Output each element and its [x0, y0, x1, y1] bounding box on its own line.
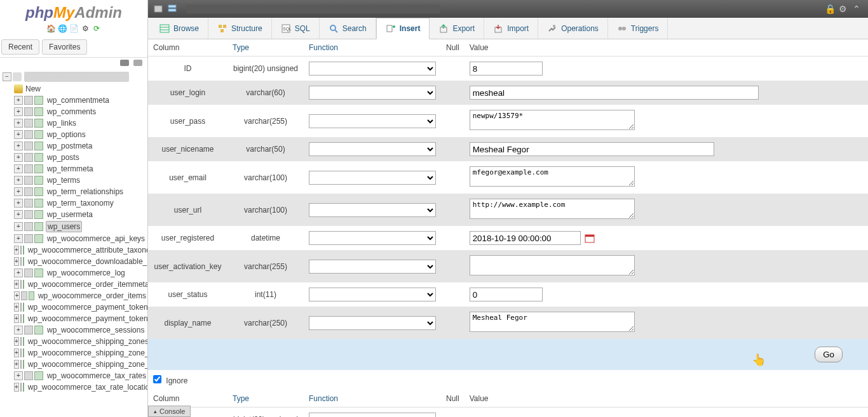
expand-icon[interactable]: +: [14, 383, 19, 392]
function-ID[interactable]: [309, 62, 436, 76]
table-struct-icon[interactable]: [34, 187, 43, 196]
table-icon[interactable]: [24, 326, 33, 334]
table-wp_woocommerce_shipping_zones[interactable]: wp_woocommerce_shipping_zones: [27, 336, 147, 347]
header-function-2[interactable]: Function: [309, 394, 338, 403]
value-user_nicename[interactable]: [470, 142, 714, 156]
expand-icon[interactable]: +: [14, 199, 23, 208]
expand-icon[interactable]: +: [14, 268, 23, 277]
table-icon[interactable]: [20, 383, 22, 392]
home-icon[interactable]: 🏠: [46, 24, 55, 33]
expand-icon[interactable]: +: [14, 130, 23, 139]
table-wp_terms[interactable]: wp_terms: [46, 175, 81, 185]
table-icon[interactable]: [24, 153, 33, 162]
value-user_registered[interactable]: [470, 231, 581, 245]
table-struct-icon[interactable]: [34, 153, 43, 162]
expand-icon[interactable]: +: [14, 210, 23, 219]
header-function[interactable]: Function: [309, 43, 338, 52]
value-display_name[interactable]: Mesheal Fegor: [470, 312, 635, 332]
go-button[interactable]: Go: [815, 347, 843, 362]
expand-icon[interactable]: +: [14, 348, 19, 357]
table-icon[interactable]: [21, 291, 27, 300]
tab-import[interactable]: Import: [484, 18, 538, 39]
expand-icon[interactable]: +: [14, 360, 19, 369]
table-wp_woocommerce_sessions[interactable]: wp_woocommerce_sessions: [46, 325, 146, 335]
table-wp_options[interactable]: wp_options: [46, 129, 87, 140]
table-wp_woocommerce_tax_rate_locations[interactable]: wp_woocommerce_tax_rate_locations: [27, 382, 147, 392]
value-user_pass[interactable]: newpw/13579*: [470, 110, 635, 130]
table-wp_postmeta[interactable]: wp_postmeta: [46, 141, 93, 151]
header-type[interactable]: Type: [233, 43, 249, 52]
expand-icon[interactable]: +: [14, 371, 23, 380]
nav-back-icon[interactable]: [153, 4, 163, 14]
new-table[interactable]: New: [24, 84, 42, 94]
function-user_login[interactable]: [309, 86, 436, 100]
expand-icon[interactable]: +: [14, 222, 23, 231]
db-node[interactable]: − hidden_db_name_xx: [3, 70, 147, 83]
table-icon[interactable]: [24, 142, 33, 150]
table-wp_woocommerce_payment_tokenmeta[interactable]: wp_woocommerce_payment_tokenmeta: [27, 302, 147, 312]
row2-function-select[interactable]: [309, 413, 436, 417]
function-user_pass[interactable]: [309, 114, 436, 128]
table-icon[interactable]: [24, 119, 33, 128]
expand-icon[interactable]: +: [14, 96, 23, 105]
table-icon[interactable]: [24, 130, 33, 139]
table-struct-icon[interactable]: [34, 210, 43, 219]
expand-icon[interactable]: +: [14, 291, 20, 300]
tab-structure[interactable]: Structure: [208, 18, 272, 39]
table-wp_usermeta[interactable]: wp_usermeta: [46, 209, 94, 220]
expand-icon[interactable]: +: [14, 314, 19, 323]
expand-icon[interactable]: +: [14, 187, 23, 196]
expand-icon[interactable]: +: [14, 119, 23, 128]
table-wp_woocommerce_api_keys[interactable]: wp_woocommerce_api_keys: [46, 234, 146, 244]
expand-icon[interactable]: +: [14, 337, 19, 346]
tab-sql[interactable]: SQLSQL: [272, 18, 320, 39]
calendar-icon[interactable]: [585, 234, 595, 244]
expand-icon[interactable]: +: [14, 257, 19, 266]
table-struct-icon[interactable]: [34, 176, 43, 185]
table-wp_woocommerce_payment_tokens[interactable]: wp_woocommerce_payment_tokens: [27, 314, 147, 324]
table-icon[interactable]: [24, 371, 33, 380]
table-icon[interactable]: [24, 210, 33, 219]
table-icon[interactable]: [20, 303, 22, 312]
function-display_name[interactable]: [309, 316, 436, 330]
expand-icon[interactable]: +: [14, 234, 23, 243]
table-wp_woocommerce_order_items[interactable]: wp_woocommerce_order_items: [37, 291, 147, 301]
table-icon[interactable]: [20, 337, 22, 346]
table-icon[interactable]: [20, 280, 22, 289]
tab-triggers[interactable]: Triggers: [608, 18, 668, 39]
table-wp_woocommerce_downloadable_product_permissions[interactable]: wp_woocommerce_downloadable_product_perm…: [27, 256, 147, 267]
table-wp_woocommerce_shipping_zone_locations[interactable]: wp_woocommerce_shipping_zone_locations: [27, 348, 147, 358]
table-icon[interactable]: [24, 96, 33, 105]
table-struct-icon[interactable]: [23, 337, 24, 346]
docs-icon[interactable]: 📄: [69, 24, 78, 33]
table-struct-icon[interactable]: [34, 96, 43, 105]
table-wp_comments[interactable]: wp_comments: [46, 107, 97, 117]
recent-tab[interactable]: Recent: [1, 39, 39, 55]
value-user_status[interactable]: [470, 288, 543, 301]
table-struct-icon[interactable]: [23, 303, 24, 312]
table-struct-icon[interactable]: [34, 234, 43, 243]
settings-icon[interactable]: ⚙: [81, 24, 90, 33]
table-struct-icon[interactable]: [23, 246, 24, 255]
table-struct-icon[interactable]: [34, 199, 43, 208]
table-icon[interactable]: [24, 107, 33, 116]
console-toggle[interactable]: Console: [148, 406, 191, 417]
table-struct-icon[interactable]: [23, 257, 24, 266]
table-icon[interactable]: [20, 246, 22, 255]
table-struct-icon[interactable]: [34, 326, 43, 334]
expand-icon[interactable]: +: [14, 176, 23, 185]
header-type-2[interactable]: Type: [233, 394, 249, 403]
table-wp_woocommerce_tax_rates[interactable]: wp_woocommerce_tax_rates: [46, 371, 147, 381]
expand-icon[interactable]: +: [14, 153, 23, 162]
table-struct-icon[interactable]: [23, 314, 24, 323]
expand-icon[interactable]: +: [14, 303, 19, 312]
table-struct-icon[interactable]: [23, 360, 24, 369]
function-user_email[interactable]: [309, 171, 436, 185]
expand-icon[interactable]: +: [14, 326, 23, 334]
table-icon[interactable]: [20, 314, 22, 323]
table-struct-icon[interactable]: [34, 142, 43, 150]
table-icon[interactable]: [24, 199, 33, 208]
ignore-checkbox[interactable]: Ignore: [153, 376, 187, 385]
database-name[interactable]: hidden_db_name_xx: [24, 72, 129, 82]
gear-icon[interactable]: ⚙: [839, 4, 849, 14]
